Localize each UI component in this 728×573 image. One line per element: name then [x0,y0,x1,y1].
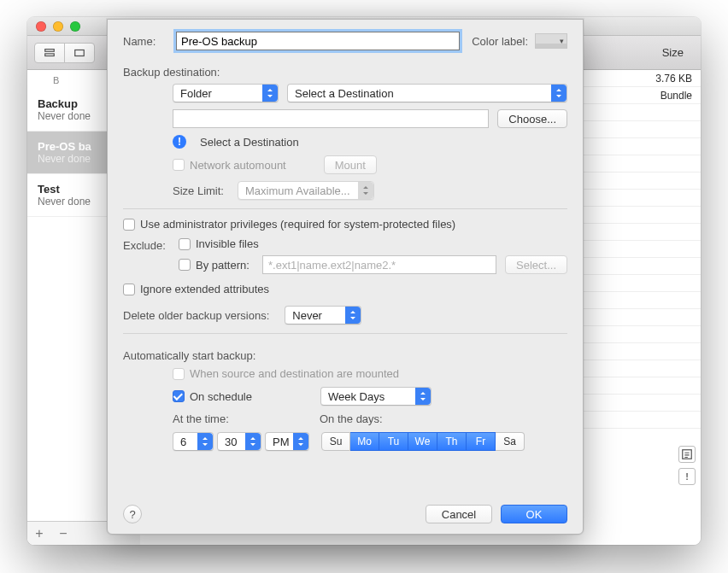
alert-icon: ! [173,135,186,149]
dest-label: Backup destination: [123,66,567,79]
sizelimit-label: Size Limit: [173,184,229,197]
auto-mounted-label: When source and destination are mounted [190,367,399,380]
day-tu[interactable]: Tu [379,432,408,451]
bypattern-checkbox[interactable] [179,259,191,271]
delete-versions-label: Delete older backup versions: [123,309,269,322]
zoom-icon[interactable] [70,21,80,32]
day-th[interactable]: Th [437,432,467,451]
time-minute-select[interactable]: 30 [217,432,261,451]
svg-rect-2 [75,50,85,56]
at-time-label: At the time: [173,412,275,425]
day-fr[interactable]: Fr [467,432,496,451]
info-icon[interactable] [678,446,696,463]
help-button[interactable]: ? [123,505,142,523]
admin-label: Use administrator privileges (required f… [140,218,455,231]
automount-checkbox [173,159,185,171]
ok-button[interactable]: OK [501,505,567,523]
color-label-picker[interactable]: ▾ [535,33,567,49]
svg-rect-1 [45,53,55,56]
on-days-label: On the days: [320,412,383,425]
remove-button[interactable]: − [51,526,75,541]
minimize-icon[interactable] [53,21,63,32]
dest-path-field[interactable] [173,109,489,128]
time-hour-select[interactable]: 6 [173,432,214,451]
automount-label: Network automount [190,159,286,172]
view-wide-button[interactable] [64,43,95,63]
dest-type-select[interactable]: Folder [173,84,279,102]
color-label: Color label: [472,35,528,48]
auto-label: Automatically start backup: [123,349,567,362]
bypattern-label: By pattern: [196,259,250,272]
day-sa[interactable]: Sa [496,432,525,451]
on-schedule-label: On schedule [190,390,252,403]
size-column-header: Size [662,46,694,59]
mount-button: Mount [324,155,377,174]
svg-rect-0 [45,49,55,51]
name-input[interactable] [176,32,460,50]
exclude-label: Exclude: [123,237,170,252]
name-label: Name: [123,35,164,48]
on-schedule-checkbox[interactable] [173,390,185,402]
select-pattern-button: Select... [505,255,567,274]
pattern-input[interactable] [262,255,496,274]
invisible-label: Invisible files [196,237,259,250]
size-cell: 3.76 KB [655,73,692,85]
day-su[interactable]: Su [321,432,350,451]
dest-path-select[interactable]: Select a Destination [287,84,567,102]
admin-checkbox[interactable] [123,219,135,231]
day-we[interactable]: We [408,432,437,451]
ignore-xattr-label: Ignore extended attributes [140,283,269,295]
choose-button[interactable]: Choose... [497,109,567,128]
delete-versions-select[interactable]: Never [285,306,361,325]
dest-warning: Select a Destination [200,136,299,149]
add-button[interactable]: + [27,526,51,541]
schedule-type-select[interactable]: Week Days [320,387,432,406]
type-cell: Bundle [660,90,692,102]
sizelimit-select: Maximum Available... [238,181,374,200]
auto-mounted-checkbox [173,368,185,380]
warning-icon[interactable]: ! [678,468,696,485]
day-selector[interactable]: SuMoTuWeThFrSa [321,432,525,451]
view-compact-button[interactable] [34,43,65,63]
settings-sheet: Name: Color label: ▾ Backup destination:… [107,19,584,535]
invisible-checkbox[interactable] [179,238,191,250]
time-ampm-select[interactable]: PM [265,432,309,451]
cancel-button[interactable]: Cancel [426,505,492,523]
day-mo[interactable]: Mo [350,432,379,451]
ignore-xattr-checkbox[interactable] [123,284,135,295]
close-icon[interactable] [36,21,46,32]
